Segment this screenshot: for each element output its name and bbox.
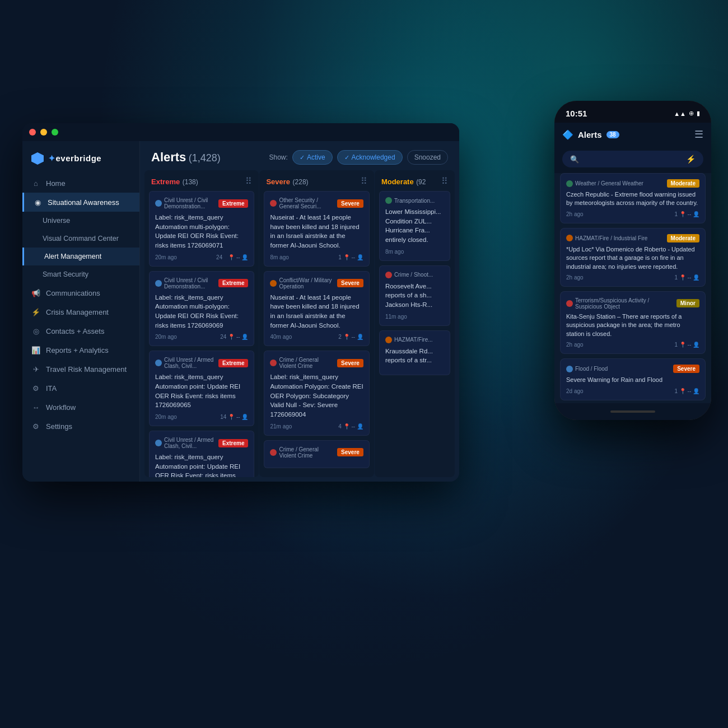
phone-card-time: 2d ago [566,388,584,394]
card-counts: 2 📍 -- 👤 [338,334,363,340]
table-row[interactable]: Crime / General Violent Crime Severe Lab… [264,351,369,435]
logo-icon [31,152,44,165]
phone-status-bar: 10:51 ▲▲ ⊕ ▮ [554,101,711,123]
card-text: Label: risk_items_query Automation Polyg… [270,372,363,419]
col-count-moderate: (92 [416,178,426,186]
table-row[interactable]: Crime / General Violent Crime Severe [264,440,369,468]
sidebar-item-universe[interactable]: Universe [22,212,139,230]
filter-icon[interactable]: ⚡ [686,155,696,164]
category-icon [155,440,162,446]
list-item[interactable]: Flood / Flood Severe Severe Warning for … [560,358,706,400]
col-count-severe: (228) [293,178,309,186]
phone-logo-icon: 🔷 [562,129,573,140]
card-footer: 20m ago 14 📍 -- 👤 [155,414,248,420]
crisis-icon: ⚡ [31,307,40,316]
table-row[interactable]: Transportation... Lower Mississippi... C… [379,191,450,261]
card-category: Civil Unrest / Armed Clash, Civil... Ext… [155,437,248,449]
travel-icon: ✈ [31,365,40,374]
category-icon [155,200,162,207]
phone-card-footer: 2h ago 1 📍 -- 👤 [566,211,699,217]
phone-cat-text: HAZMAT/Fire / Industrial Fire [575,235,647,241]
phone-card-footer: 2h ago 1 📍 -- 👤 [566,342,699,348]
category-text: Crime / General Violent Crime [279,446,335,459]
search-bar[interactable]: 🔍 ⚡ [562,151,703,167]
sidebar-item-workflow[interactable]: ↔ Workflow [22,398,139,417]
category-text: Conflict/War / Military Operation [279,277,335,290]
phone-card-time: 2h ago [566,274,584,281]
card-text: Kraussdale Rd... reports of a str... [385,347,444,365]
severity-badge: Extreme [218,279,248,287]
category-text: Civil Unrest / Civil Demonstration... [164,277,216,290]
workflow-icon: ↔ [31,403,40,412]
table-row[interactable]: Civil Unrest / Armed Clash, Civil... Ext… [149,351,254,426]
phone-title: Alerts [578,130,602,139]
mobile-phone: 10:51 ▲▲ ⊕ ▮ 🔷 Alerts 38 ☰ 🔍 [554,101,711,420]
list-item[interactable]: Terrorism/Suspicious Activity / Suspicio… [560,291,706,354]
signal-icon: ▲▲ [674,110,686,117]
filter-active-btn[interactable]: ✓ Active [292,150,333,165]
phone-header: 🔷 Alerts 38 ☰ [554,123,711,146]
table-row[interactable]: Civil Unrest / Civil Demonstration... Ex… [149,271,254,347]
pin-icon: 📍 -- 👤 [228,254,248,260]
drag-icon-extreme: ⠿ [245,176,252,186]
app-body: ✦everbridge ⌂ Home ◉ Situational Awarene… [22,141,459,482]
phone-card-text: *Upd Loc* Via Domenico de Roberto - Upda… [566,245,699,271]
phone-card-counts: 1 📍 -- 👤 [674,274,699,281]
alerts-count: (1,428) [189,152,221,164]
table-row[interactable]: Other Security / General Securi... Sever… [264,191,369,267]
sidebar-item-reports-analytics[interactable]: 📊 Reports + Analytics [22,340,139,360]
sidebar-item-home[interactable]: ⌂ Home [22,174,139,193]
sidebar-item-communications[interactable]: 📢 Communications [22,283,139,302]
phone-screen: 🔷 Alerts 38 ☰ 🔍 ⚡ [554,123,711,403]
category-text: Civil Unrest / Armed Clash, Civil... [164,437,216,449]
card-category: Civil Unrest / Civil Demonstration... Ex… [155,277,248,290]
table-row[interactable]: Civil Unrest / Armed Clash, Civil... Ext… [149,431,254,477]
sidebar-item-travel-risk[interactable]: ✈ Travel Risk Management [22,360,139,379]
list-item[interactable]: Weather / General Weather Moderate Czech… [560,173,706,223]
table-row[interactable]: HAZMAT/Fire... Kraussdale Rd... reports … [379,330,450,375]
table-row[interactable]: Crime / Shoot... Roosevelt Ave... report… [379,265,450,326]
sidebar-item-contacts-assets[interactable]: ◎ Contacts + Assets [22,321,139,340]
phone-card-category: HAZMAT/Fire / Industrial Fire Moderate [566,234,699,242]
phone-card-counts: 1 📍 -- 👤 [674,342,699,348]
phone-severity-badge: Moderate [667,234,699,242]
category-icon [270,360,277,366]
category-icon [385,197,392,204]
minimize-dot[interactable] [40,129,47,136]
close-dot[interactable] [29,129,36,136]
desktop-app: ✦everbridge ⌂ Home ◉ Situational Awarene… [22,123,459,482]
search-icon: 🔍 [570,155,579,164]
sidebar-item-settings[interactable]: ⚙ Settings [22,417,139,436]
phone-bottom-bar [554,403,711,420]
list-item[interactable]: HAZMAT/Fire / Industrial Fire Moderate *… [560,228,706,287]
card-time: 20m ago [155,414,177,420]
col-title-severe: Severe [266,178,290,186]
col-scroll-moderate: Transportation... Lower Mississippi... C… [375,191,455,477]
sidebar-item-smart-security[interactable]: Smart Security [22,265,139,283]
phone-severity-badge: Minor [676,299,699,307]
sidebar-item-situational-awareness[interactable]: ◉ Situational Awareness [22,193,139,212]
category-icon [385,272,392,278]
phone-card-time: 2h ago [566,342,584,348]
card-time: 20m ago [155,254,177,260]
sidebar-item-crisis-management[interactable]: ⚡ Crisis Management [22,302,139,321]
table-row[interactable]: Civil Unrest / Civil Demonstration... Ex… [149,191,254,267]
category-text: Transportation... [394,198,435,204]
phone-cat-text: Flood / Flood [575,366,608,372]
phone-cat-text: Terrorism/Suspicious Activity / Suspicio… [575,297,674,310]
card-text: Nuseirat - At least 14 people have been … [270,213,363,250]
table-row[interactable]: Conflict/War / Military Operation Severe… [264,271,369,347]
sidebar-item-ita[interactable]: ⚙ ITA [22,379,139,398]
filter-acknowledged-btn[interactable]: ✓ Acknowledged [337,150,403,165]
sidebar-logo: ✦everbridge [22,148,139,174]
hamburger-menu[interactable]: ☰ [694,128,703,141]
category-text: HAZMAT/Fire... [394,337,433,343]
reports-icon: 📊 [31,346,40,354]
maximize-dot[interactable] [52,129,58,136]
filter-snoozed-btn[interactable]: Snoozed [407,150,448,165]
card-time: 20m ago [155,334,177,340]
sidebar-item-visual-command-center[interactable]: Visual Command Center [22,230,139,248]
card-footer: 40m ago 2 📍 -- 👤 [270,334,363,340]
sidebar-item-alert-management[interactable]: Alert Management [22,248,139,265]
snoozed-label: Snoozed [414,153,441,161]
